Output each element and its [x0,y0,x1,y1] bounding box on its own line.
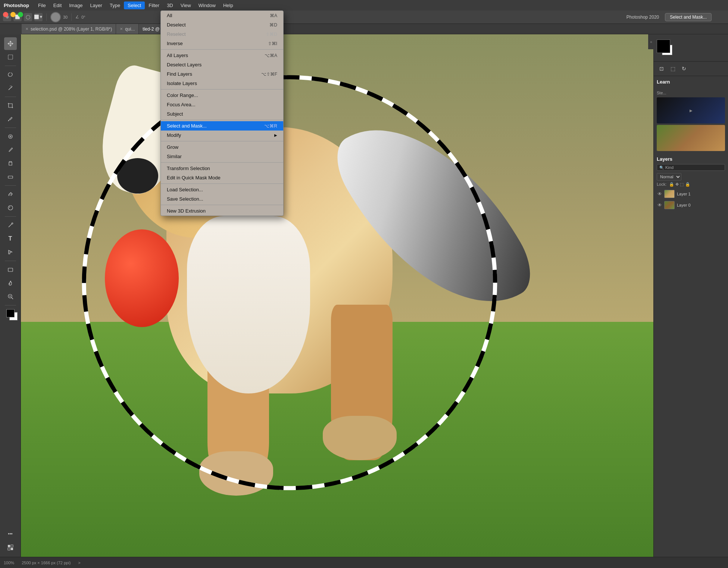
menu-entry-modify[interactable]: Modify ▶ [161,131,283,140]
fg-color-swatch[interactable] [657,40,670,53]
menu-entry-deselect-layers-label: Deselect Layers [167,62,201,68]
marquee-tool[interactable] [4,51,17,63]
maximize-button[interactable] [18,12,23,17]
menu-entry-deselect-label: Deselect [167,22,186,28]
menu-view[interactable]: View [177,1,195,9]
extra-tools[interactable]: ••• [4,528,17,540]
canvas-image[interactable] [21,34,653,557]
menu-type[interactable]: Type [106,1,124,9]
menu-help[interactable]: Help [219,1,237,9]
brush-tool[interactable] [4,144,17,156]
menu-entry-inverse-shortcut: ⇧⌘I [268,41,277,46]
foreground-color[interactable] [6,309,15,317]
menu-entry-color-range[interactable]: Color Range... [161,91,283,100]
brush-preview[interactable] [50,12,61,22]
panel-tool-1[interactable]: ⊡ [657,64,666,73]
menu-entry-focus-area[interactable]: Focus Area... [161,100,283,109]
tool-separator-6 [5,261,16,261]
marquee-options-icon[interactable]: ⬜▼ [34,13,43,21]
eraser-tool[interactable] [4,170,17,183]
healing-tool[interactable] [4,130,17,143]
menu-image[interactable]: Image [65,1,86,9]
pen-tool[interactable] [4,219,17,232]
layer-1-visibility[interactable]: 👁 [657,191,662,197]
tool-separator-7 [5,305,16,305]
move-tool[interactable] [4,37,17,50]
app-name: Photoshop [4,3,29,8]
tab-1-close[interactable]: ✕ [25,27,28,31]
menu-entry-inverse[interactable]: Inverse ⇧⌘I [161,39,283,48]
menu-entry-all-layers[interactable]: All Layers ⌥⌘A [161,51,283,60]
learn-thumbnail-1[interactable]: ▶ [657,97,725,123]
menu-edit[interactable]: Edit [50,1,65,9]
menu-filter[interactable]: Filter [145,1,163,9]
clone-stamp-tool[interactable] [4,157,17,170]
tab-2-close[interactable]: ✕ [120,27,123,31]
menu-entry-grow[interactable]: Grow [161,142,283,152]
menu-entry-deselect-layers[interactable]: Deselect Layers [161,60,283,69]
menu-3d[interactable]: 3D [163,1,177,9]
brush-size-label: 30 [63,15,68,19]
menu-entry-isolate-layers[interactable]: Isolate Layers [161,79,283,88]
menu-entry-isolate-layers-label: Isolate Layers [167,81,197,86]
lock-icons: 🔒 ✥ ⬚ 🔒 [669,182,690,186]
menu-entry-new-3d[interactable]: New 3D Extrusion [161,206,283,216]
eyedropper-tool[interactable] [4,113,17,125]
hand-tool[interactable] [4,277,17,289]
menu-window[interactable]: Window [195,1,219,9]
minimize-button[interactable] [10,12,16,17]
path-select-tool[interactable] [4,246,17,258]
panel-tool-2[interactable]: ⬚ [668,64,678,73]
menu-entry-subject[interactable]: Subject [161,109,283,119]
select-mask-button[interactable]: Select and Mask... [665,13,712,21]
close-button[interactable] [3,12,8,17]
blur-tool[interactable] [4,201,17,214]
menu-entry-deselect[interactable]: Deselect ⌘D [161,20,283,29]
panel-collapse-arrow[interactable]: « [648,34,654,49]
marquee-ellipse-icon[interactable]: ◯ [24,13,32,21]
paint-bucket-tool[interactable] [4,188,17,201]
menu-entry-find-layers-label: Find Layers [167,71,192,77]
layers-filter[interactable]: 🔍 Kind [657,164,725,171]
separator [46,13,47,21]
learn-thumbnail-2[interactable] [657,125,725,151]
shape-tool[interactable] [4,263,17,276]
menu-file[interactable]: File [34,1,50,9]
svg-line-8 [12,298,13,299]
layer-2-visibility[interactable]: 👁 [657,203,662,208]
zoom-level: 100% [4,561,14,565]
menu-entry-select-and-mask[interactable]: Select and Mask... ⌥⌘R [161,121,283,131]
menu-entry-similar[interactable]: Similar [161,152,283,161]
menu-entry-find-layers[interactable]: Find Layers ⌥⇧⌘F [161,69,283,79]
tool-separator-1 [5,66,16,66]
status-arrow[interactable]: > [78,561,80,565]
tab-2[interactable]: ✕ qui... [116,24,139,34]
menu-entry-all[interactable]: All ⌘A [161,11,283,20]
magic-wand-tool[interactable] [4,82,17,94]
menu-select[interactable]: Select [124,1,145,9]
layer-row-1[interactable]: 👁 Layer 1 [657,188,725,200]
thumb-label: ▶ [690,109,693,113]
lock-row: Lock: 🔒 ✥ ⬚ 🔒 [657,182,725,187]
menu-entry-quick-mask[interactable]: Edit in Quick Mask Mode [161,173,283,182]
menu-entry-load-selection[interactable]: Load Selection... [161,185,283,194]
layer-row-2[interactable]: 👁 Layer 0 [657,200,725,211]
zoom-tool[interactable] [4,290,17,303]
tool-separator-4 [5,185,16,186]
blend-mode-select[interactable]: Normal [657,173,681,181]
panel-tool-3[interactable]: ↻ [679,64,689,73]
menu-sep-4 [161,141,283,141]
crop-tool[interactable] [4,99,17,112]
tab-1[interactable]: ✕ selection.psd @ 208% (Layer 1, RGB/8*) [22,24,116,34]
menu-entry-transform-selection[interactable]: Transform Selection [161,164,283,173]
menu-entry-new-3d-label: New 3D Extrusion [167,208,206,214]
quick-mask-toggle[interactable] [4,541,17,554]
angle-value: 0° [81,15,85,19]
text-tool[interactable]: T [4,232,17,245]
lasso-tool[interactable] [4,68,17,81]
menu-entry-save-selection[interactable]: Save Selection... [161,194,283,204]
menu-layer[interactable]: Layer [86,1,106,9]
learn-title: Learn [657,79,670,85]
menu-entry-reselect: Reselect ⇧⌘D [161,29,283,39]
svg-rect-6 [8,268,13,272]
